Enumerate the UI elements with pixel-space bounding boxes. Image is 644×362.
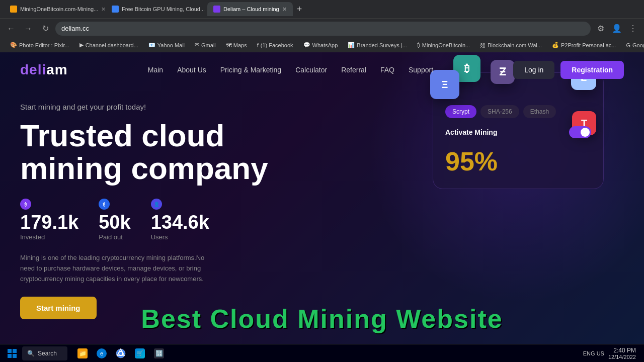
svg-rect-1 xyxy=(13,349,17,353)
taskbar-app-calc[interactable]: 🔢 xyxy=(150,345,168,361)
bookmark-8[interactable]: 📊Branded Surveys |... xyxy=(344,41,411,49)
tab-bar: MiningOneBitcoin.com-Mining... ✕ Free Bi… xyxy=(0,0,644,18)
nav-pricing[interactable]: Pricing & Marketing xyxy=(220,66,281,74)
nav-calculator[interactable]: Calculator xyxy=(295,66,327,74)
tab-label-1: MiningOneBitcoin.com-Mining... xyxy=(20,6,98,12)
hero-title: Trusted cloud mining company xyxy=(20,119,322,185)
tab-close-1[interactable]: ✕ xyxy=(101,6,105,13)
card-tab-ethash[interactable]: Ethash xyxy=(523,105,556,118)
new-tab-button[interactable]: + xyxy=(294,4,305,15)
svg-rect-0 xyxy=(8,349,12,353)
extensions-button[interactable]: ⚙ xyxy=(594,22,608,36)
svg-rect-3 xyxy=(13,354,17,358)
activate-row: Activate Mining xyxy=(445,126,591,138)
stat-users-label: Users xyxy=(151,233,209,241)
forward-button[interactable]: → xyxy=(21,22,35,36)
stat-icon-purple: ₿ xyxy=(20,199,31,210)
nav-actions: ⚙ 👤 ⋮ xyxy=(594,22,640,36)
bookmark-7[interactable]: 💬WhatsApp xyxy=(299,41,342,49)
stat-paidout: ₿ 50k Paid out xyxy=(99,199,130,241)
tab-3[interactable]: Deliam – Cloud mining ✕ xyxy=(207,2,293,16)
bookmark-4[interactable]: ✉Gmail xyxy=(191,41,220,49)
svg-point-6 xyxy=(119,352,122,355)
search-icon: 🔍 xyxy=(27,350,35,357)
tab-favicon-1 xyxy=(10,6,17,13)
tab-close-3[interactable]: ✕ xyxy=(282,6,287,13)
mining-toggle[interactable] xyxy=(569,126,591,138)
stat-icon-row-3: 👤 xyxy=(151,199,209,210)
taskbar-date: 12/14/2022 xyxy=(608,354,636,360)
nav-support[interactable]: Support xyxy=(409,66,433,74)
bookmark-10[interactable]: ⛓Blockchain.com Wal... xyxy=(476,41,546,49)
stat-paidout-value: 50k xyxy=(99,212,130,233)
taskbar-time: 2:40 PM xyxy=(608,347,636,354)
stat-paidout-label: Paid out xyxy=(99,233,130,241)
browser-chrome: MiningOneBitcoin.com-Mining... ✕ Free Bi… xyxy=(0,0,644,52)
stat-users-value: 134.6k xyxy=(151,212,209,233)
stat-invested: ₿ 179.1k Invested xyxy=(20,199,78,241)
stat-users: 👤 134.6k Users xyxy=(151,199,209,241)
card-tabs: Scrypt SHA-256 Ethash xyxy=(445,105,591,118)
overlay-text: Best Cloud Mining Website xyxy=(0,304,644,334)
stat-icon-blue: ₿ xyxy=(99,199,110,210)
nav-faq[interactable]: FAQ xyxy=(380,66,394,74)
refresh-button[interactable]: ↻ xyxy=(38,22,52,36)
search-label: Search xyxy=(38,350,57,357)
nav-about[interactable]: About Us xyxy=(177,66,206,74)
nav-bar: ← → ↻ ⚙ 👤 ⋮ xyxy=(0,18,644,38)
card-tab-sha256[interactable]: SHA-256 xyxy=(480,105,519,118)
taskbar-app-store[interactable]: 🛒 xyxy=(131,345,149,361)
bookmarks-bar: 🎨Photo Editor : Pixlr... ▶Channel dashbo… xyxy=(0,38,644,52)
stat-invested-value: 179.1k xyxy=(20,212,78,233)
taskbar-search[interactable]: 🔍 Search xyxy=(22,346,67,360)
hero-description: Mining is one of the leading cryptocurre… xyxy=(20,253,211,284)
bookmark-6[interactable]: f(1) Facebook xyxy=(253,41,297,49)
stat-invested-label: Invested xyxy=(20,233,78,241)
bookmark-11[interactable]: 💰P2Profit Personal ac... xyxy=(548,41,620,49)
bookmark-2[interactable]: ▶Channel dashboard... xyxy=(75,41,142,49)
tab-favicon-3 xyxy=(213,6,220,13)
address-bar[interactable] xyxy=(55,22,591,36)
stat-icon-indigo: 👤 xyxy=(151,199,162,210)
profile-button[interactable]: 👤 xyxy=(610,22,624,36)
hero-section: Start mining and get your profit today! … xyxy=(0,87,644,319)
nav-links: Main About Us Pricing & Marketing Calcul… xyxy=(148,66,433,74)
start-button[interactable] xyxy=(4,346,20,360)
site-navigation: deliam Main About Us Pricing & Marketing… xyxy=(0,52,644,87)
tab-label-3: Deliam – Cloud mining xyxy=(223,6,279,12)
back-button[interactable]: ← xyxy=(4,22,18,36)
svg-rect-2 xyxy=(8,354,12,358)
locale-label: ENG US xyxy=(583,350,604,356)
taskbar-clock: 2:40 PM 12/14/2022 xyxy=(608,347,636,360)
mining-percent: 95% xyxy=(445,146,591,176)
register-button[interactable]: Registration xyxy=(560,61,624,79)
mining-card: ₿ Ξ Ƶ Ł T Scrypt SHA-256 Ethash Activate… xyxy=(433,72,604,189)
bookmark-9[interactable]: ₿MiningOneBitcoin... xyxy=(413,41,474,49)
activate-label: Activate Mining xyxy=(445,128,497,136)
taskbar: 🔍 Search 📁 e 🛒 🔢 ENG US 2:40 PM 12/ xyxy=(0,344,644,362)
website-content: deliam Main About Us Pricing & Marketing… xyxy=(0,52,644,344)
tab-favicon-2 xyxy=(112,6,119,13)
taskbar-app-edge[interactable]: e xyxy=(93,345,111,361)
stat-icon-row-2: ₿ xyxy=(99,199,130,210)
taskbar-app-explorer[interactable]: 📁 xyxy=(73,345,92,361)
login-button[interactable]: Log in xyxy=(513,61,554,79)
taskbar-apps: 📁 e 🛒 🔢 xyxy=(69,345,577,361)
tab-label-2: Free Bitcoin GPU Mining, Cloud... xyxy=(122,6,205,12)
tab-2[interactable]: Free Bitcoin GPU Mining, Cloud... ✕ xyxy=(106,2,206,16)
tab-1[interactable]: MiningOneBitcoin.com-Mining... ✕ xyxy=(4,2,105,16)
nav-buttons: Log in Registration xyxy=(513,61,624,79)
taskbar-right: ENG US 2:40 PM 12/14/2022 xyxy=(579,347,640,360)
bookmark-5[interactable]: 🗺Maps xyxy=(222,41,251,49)
taskbar-app-chrome[interactable] xyxy=(112,345,130,361)
stat-icon-row-1: ₿ xyxy=(20,199,78,210)
card-tab-scrypt[interactable]: Scrypt xyxy=(445,105,476,118)
stats-section: ₿ 179.1k Invested ₿ 50k Paid out 👤 134.6… xyxy=(20,199,624,241)
site-logo[interactable]: deliam xyxy=(20,62,68,78)
nav-main[interactable]: Main xyxy=(148,66,163,74)
bookmark-12[interactable]: GGoogle AdSense xyxy=(622,41,644,49)
bookmark-1[interactable]: 🎨Photo Editor : Pixlr... xyxy=(6,41,73,49)
nav-referral[interactable]: Referral xyxy=(341,66,366,74)
bookmark-3[interactable]: 📧Yahoo Mail xyxy=(144,41,189,49)
menu-button[interactable]: ⋮ xyxy=(626,22,640,36)
